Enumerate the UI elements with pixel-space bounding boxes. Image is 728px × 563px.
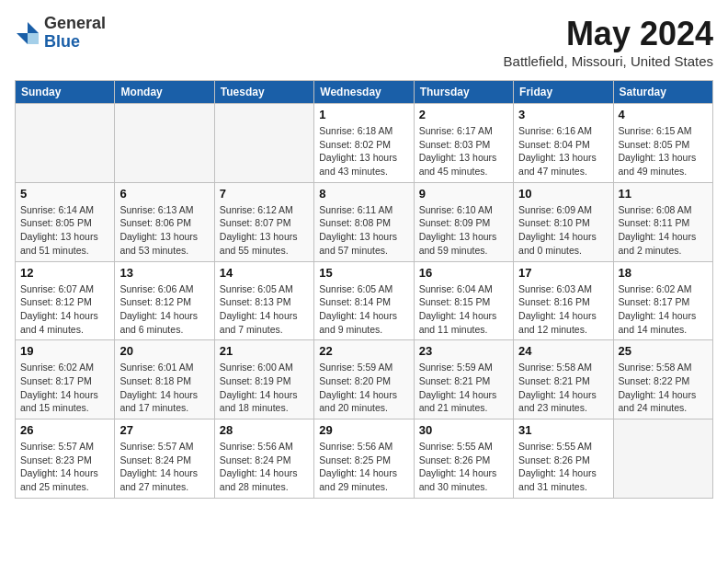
calendar-day-cell: 30Sunrise: 5:55 AMSunset: 8:26 PMDayligh…: [414, 419, 513, 499]
svg-marker-0: [28, 22, 39, 33]
calendar-day-cell: 29Sunrise: 5:56 AMSunset: 8:25 PMDayligh…: [314, 419, 414, 499]
day-number: 8: [319, 187, 408, 201]
calendar-day-cell: 7Sunrise: 6:12 AMSunset: 8:07 PMDaylight…: [214, 182, 313, 261]
weekday-header-thursday: Thursday: [414, 81, 513, 104]
day-info: Sunrise: 5:58 AMSunset: 8:21 PMDaylight:…: [518, 361, 608, 415]
logo-text: General Blue: [44, 15, 106, 52]
calendar-day-cell: 2Sunrise: 6:17 AMSunset: 8:03 PMDaylight…: [414, 104, 513, 183]
day-info: Sunrise: 5:59 AMSunset: 8:21 PMDaylight:…: [419, 361, 508, 415]
day-number: 19: [20, 344, 109, 358]
day-number: 31: [518, 423, 608, 437]
calendar-week-row: 26Sunrise: 5:57 AMSunset: 8:23 PMDayligh…: [16, 419, 713, 499]
day-number: 29: [319, 423, 408, 437]
day-number: 20: [119, 344, 209, 358]
logo-general: General: [44, 15, 106, 33]
calendar-day-cell: 6Sunrise: 6:13 AMSunset: 8:06 PMDaylight…: [115, 182, 214, 261]
calendar-day-cell: 22Sunrise: 5:59 AMSunset: 8:20 PMDayligh…: [314, 340, 414, 419]
calendar-day-cell: [613, 419, 712, 499]
calendar-day-cell: 10Sunrise: 6:09 AMSunset: 8:10 PMDayligh…: [514, 182, 613, 261]
day-number: 17: [518, 266, 608, 280]
day-info: Sunrise: 5:58 AMSunset: 8:22 PMDaylight:…: [619, 361, 708, 415]
calendar: SundayMondayTuesdayWednesdayThursdayFrid…: [15, 80, 713, 499]
calendar-day-cell: 21Sunrise: 6:00 AMSunset: 8:19 PMDayligh…: [214, 340, 313, 419]
day-number: 3: [518, 108, 608, 121]
day-number: 15: [319, 266, 408, 280]
day-info: Sunrise: 6:03 AMSunset: 8:16 PMDaylight:…: [518, 282, 608, 337]
calendar-day-cell: 17Sunrise: 6:03 AMSunset: 8:16 PMDayligh…: [514, 261, 613, 340]
weekday-header-monday: Monday: [115, 81, 214, 104]
day-number: 10: [518, 187, 608, 201]
calendar-day-cell: 24Sunrise: 5:58 AMSunset: 8:21 PMDayligh…: [514, 340, 613, 419]
day-info: Sunrise: 6:11 AMSunset: 8:08 PMDaylight:…: [319, 203, 408, 258]
calendar-day-cell: [16, 104, 115, 183]
calendar-day-cell: 1Sunrise: 6:18 AMSunset: 8:02 PMDaylight…: [314, 104, 414, 183]
day-info: Sunrise: 6:05 AMSunset: 8:14 PMDaylight:…: [319, 282, 408, 337]
day-number: 9: [419, 187, 508, 201]
calendar-day-cell: 13Sunrise: 6:06 AMSunset: 8:12 PMDayligh…: [115, 261, 214, 340]
month-title: May 2024: [504, 15, 713, 53]
day-number: 27: [119, 423, 209, 437]
day-info: Sunrise: 5:59 AMSunset: 8:20 PMDaylight:…: [319, 361, 408, 415]
day-info: Sunrise: 6:06 AMSunset: 8:12 PMDaylight:…: [119, 282, 209, 337]
logo-icon: [15, 20, 40, 46]
day-number: 21: [220, 344, 309, 358]
calendar-day-cell: 11Sunrise: 6:08 AMSunset: 8:11 PMDayligh…: [613, 182, 712, 261]
svg-marker-1: [17, 33, 28, 44]
calendar-day-cell: 26Sunrise: 5:57 AMSunset: 8:23 PMDayligh…: [16, 419, 115, 499]
calendar-day-cell: 18Sunrise: 6:02 AMSunset: 8:17 PMDayligh…: [613, 261, 712, 340]
day-number: 18: [619, 266, 708, 280]
weekday-header-sunday: Sunday: [16, 81, 115, 104]
day-number: 13: [119, 266, 209, 280]
day-number: 24: [518, 344, 608, 358]
day-number: 26: [20, 423, 109, 437]
day-info: Sunrise: 5:55 AMSunset: 8:26 PMDaylight:…: [419, 440, 508, 494]
calendar-day-cell: 3Sunrise: 6:16 AMSunset: 8:04 PMDaylight…: [514, 104, 613, 183]
day-number: 16: [419, 266, 508, 280]
calendar-day-cell: 5Sunrise: 6:14 AMSunset: 8:05 PMDaylight…: [16, 182, 115, 261]
weekday-header-friday: Friday: [514, 81, 613, 104]
day-info: Sunrise: 6:14 AMSunset: 8:05 PMDaylight:…: [20, 203, 109, 258]
day-info: Sunrise: 6:00 AMSunset: 8:19 PMDaylight:…: [220, 361, 309, 415]
calendar-week-row: 12Sunrise: 6:07 AMSunset: 8:12 PMDayligh…: [16, 261, 713, 340]
calendar-day-cell: 25Sunrise: 5:58 AMSunset: 8:22 PMDayligh…: [613, 340, 712, 419]
calendar-day-cell: 8Sunrise: 6:11 AMSunset: 8:08 PMDaylight…: [314, 182, 414, 261]
day-number: 12: [20, 266, 109, 280]
day-number: 30: [419, 423, 508, 437]
day-number: 1: [319, 108, 408, 121]
calendar-day-cell: 4Sunrise: 6:15 AMSunset: 8:05 PMDaylight…: [613, 104, 712, 183]
calendar-week-row: 5Sunrise: 6:14 AMSunset: 8:05 PMDaylight…: [16, 182, 713, 261]
calendar-day-cell: 12Sunrise: 6:07 AMSunset: 8:12 PMDayligh…: [16, 261, 115, 340]
weekday-header-row: SundayMondayTuesdayWednesdayThursdayFrid…: [16, 81, 713, 104]
day-info: Sunrise: 6:04 AMSunset: 8:15 PMDaylight:…: [419, 282, 508, 337]
day-number: 22: [319, 344, 408, 358]
day-info: Sunrise: 5:55 AMSunset: 8:26 PMDaylight:…: [518, 440, 608, 494]
day-number: 25: [619, 344, 708, 358]
day-number: 14: [220, 266, 309, 280]
day-info: Sunrise: 5:56 AMSunset: 8:24 PMDaylight:…: [220, 440, 309, 494]
day-info: Sunrise: 6:13 AMSunset: 8:06 PMDaylight:…: [119, 203, 209, 258]
svg-marker-2: [28, 33, 39, 44]
day-info: Sunrise: 6:18 AMSunset: 8:02 PMDaylight:…: [319, 124, 408, 178]
calendar-day-cell: 27Sunrise: 5:57 AMSunset: 8:24 PMDayligh…: [115, 419, 214, 499]
calendar-day-cell: 20Sunrise: 6:01 AMSunset: 8:18 PMDayligh…: [115, 340, 214, 419]
day-number: 28: [220, 423, 309, 437]
day-number: 11: [619, 187, 708, 201]
day-number: 7: [220, 187, 309, 201]
day-info: Sunrise: 5:57 AMSunset: 8:23 PMDaylight:…: [20, 440, 109, 494]
day-info: Sunrise: 6:10 AMSunset: 8:09 PMDaylight:…: [419, 203, 508, 258]
day-number: 6: [119, 187, 209, 201]
day-info: Sunrise: 6:05 AMSunset: 8:13 PMDaylight:…: [220, 282, 309, 337]
day-info: Sunrise: 6:09 AMSunset: 8:10 PMDaylight:…: [518, 203, 608, 258]
day-info: Sunrise: 6:16 AMSunset: 8:04 PMDaylight:…: [518, 124, 608, 178]
calendar-day-cell: 16Sunrise: 6:04 AMSunset: 8:15 PMDayligh…: [414, 261, 513, 340]
day-number: 5: [20, 187, 109, 201]
day-info: Sunrise: 6:17 AMSunset: 8:03 PMDaylight:…: [419, 124, 508, 178]
calendar-week-row: 19Sunrise: 6:02 AMSunset: 8:17 PMDayligh…: [16, 340, 713, 419]
calendar-day-cell: 28Sunrise: 5:56 AMSunset: 8:24 PMDayligh…: [214, 419, 313, 499]
day-info: Sunrise: 5:57 AMSunset: 8:24 PMDaylight:…: [119, 440, 209, 494]
day-info: Sunrise: 6:07 AMSunset: 8:12 PMDaylight:…: [20, 282, 109, 337]
calendar-day-cell: 14Sunrise: 6:05 AMSunset: 8:13 PMDayligh…: [214, 261, 313, 340]
title-block: May 2024 Battlefield, Missouri, United S…: [504, 15, 713, 69]
weekday-header-saturday: Saturday: [613, 81, 712, 104]
page-header: General Blue May 2024 Battlefield, Misso…: [15, 15, 713, 69]
